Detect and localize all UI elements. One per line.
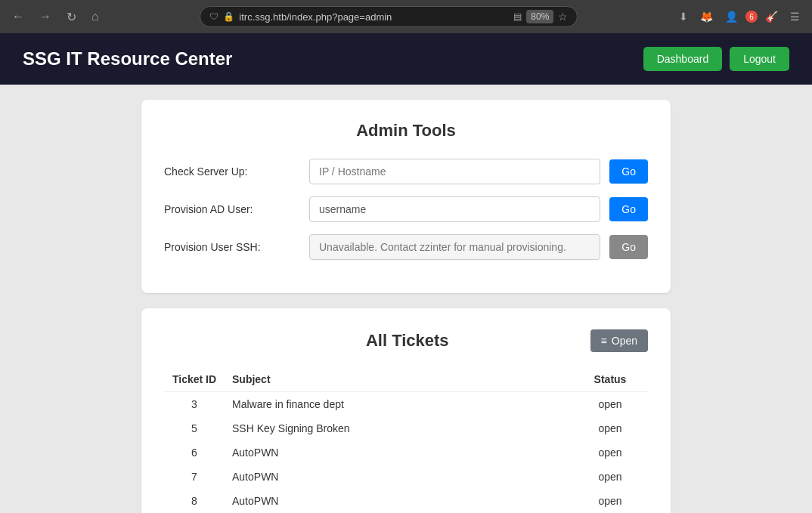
table-row[interactable]: 3Malware in finance deptopen <box>164 392 648 417</box>
admin-tools-card: Admin Tools Check Server Up: Go Provisio… <box>141 100 671 293</box>
ticket-subject-cell: AutoPWN <box>225 440 572 465</box>
provision-ad-row: Provision AD User: Go <box>164 196 648 222</box>
extension-icon[interactable]: 🎸 <box>761 8 783 26</box>
filter-button[interactable]: ≡ Open <box>590 329 648 352</box>
col-subject: Subject <box>225 367 572 392</box>
lock-icon: 🔒 <box>223 11 234 22</box>
forward-button[interactable]: → <box>35 7 56 26</box>
ticket-status-cell: open <box>572 440 648 465</box>
ticket-id-cell: 6 <box>164 440 225 465</box>
provision-ssh-row: Provision User SSH: Go <box>164 234 648 260</box>
ticket-subject-cell: Malware in finance dept <box>225 392 572 417</box>
logout-button[interactable]: Logout <box>730 47 789 71</box>
provision-ad-label: Provision AD User: <box>164 203 300 215</box>
provision-ssh-input <box>309 234 600 260</box>
zoom-badge[interactable]: 80% <box>526 10 553 23</box>
table-row[interactable]: 5SSH Key Signing Brokenopen <box>164 416 648 440</box>
reload-button[interactable]: ↻ <box>62 7 81 27</box>
provision-ad-go-button[interactable]: Go <box>609 197 648 221</box>
profile-icon[interactable]: 👤 <box>721 8 742 26</box>
table-row[interactable]: 8AutoPWNopen <box>164 489 648 513</box>
url-text: itrc.ssg.htb/index.php?page=admin <box>239 11 509 23</box>
col-ticket-id: Ticket ID <box>164 367 225 392</box>
header-buttons: Dashboard Logout <box>643 47 789 71</box>
tickets-title: All Tickets <box>225 331 590 351</box>
shield-icon: 🛡 <box>209 11 218 22</box>
provision-ssh-go-button: Go <box>609 235 648 259</box>
ticket-id-cell: 8 <box>164 489 225 513</box>
check-server-row: Check Server Up: Go <box>164 159 648 184</box>
browser-chrome: ← → ↻ ⌂ 🛡 🔒 itrc.ssg.htb/index.php?page=… <box>0 0 812 33</box>
ticket-status-cell: open <box>572 489 648 513</box>
ticket-subject-cell: SSH Key Signing Broken <box>225 416 572 440</box>
menu-icon[interactable]: ☰ <box>786 8 804 26</box>
provision-ad-input[interactable] <box>309 196 600 222</box>
table-header-row: Ticket ID Subject Status <box>164 367 648 392</box>
app-title: SSG IT Resource Center <box>23 48 232 70</box>
check-server-label: Check Server Up: <box>164 165 300 178</box>
home-button[interactable]: ⌂ <box>87 7 104 26</box>
tickets-table: Ticket ID Subject Status 3Malware in fin… <box>164 367 648 513</box>
tickets-header: All Tickets ≡ Open <box>164 329 648 352</box>
col-status: Status <box>572 367 648 392</box>
ticket-subject-cell: AutoPWN <box>225 489 572 513</box>
ticket-subject-cell: AutoPWN <box>225 465 572 489</box>
back-button[interactable]: ← <box>8 7 29 26</box>
ticket-status-cell: open <box>572 416 648 440</box>
browser-right: ⬇ 🦊 👤 6 🎸 ☰ <box>674 8 804 26</box>
ticket-status-cell: open <box>572 392 648 417</box>
app-header: SSG IT Resource Center Dashboard Logout <box>0 33 812 85</box>
tickets-card: All Tickets ≡ Open Ticket ID Subject Sta… <box>141 308 671 513</box>
ticket-id-cell: 5 <box>164 416 225 440</box>
table-row[interactable]: 7AutoPWNopen <box>164 465 648 489</box>
provision-ssh-label: Provision User SSH: <box>164 241 300 253</box>
dashboard-button[interactable]: Dashboard <box>643 47 723 71</box>
check-server-go-button[interactable]: Go <box>609 159 648 184</box>
notification-badge: 6 <box>745 11 758 23</box>
addon-icon[interactable]: 🦊 <box>696 8 717 26</box>
download-icon[interactable]: ⬇ <box>674 8 693 26</box>
ticket-status-cell: open <box>572 465 648 489</box>
reader-icon: ▤ <box>513 11 522 22</box>
ticket-id-cell: 7 <box>164 465 225 489</box>
address-bar[interactable]: 🛡 🔒 itrc.ssg.htb/index.php?page=admin ▤ … <box>200 6 578 27</box>
main-content: Admin Tools Check Server Up: Go Provisio… <box>0 85 812 513</box>
table-row[interactable]: 6AutoPWNopen <box>164 440 648 465</box>
admin-tools-title: Admin Tools <box>164 121 648 141</box>
star-icon[interactable]: ☆ <box>558 11 568 23</box>
ticket-id-cell: 3 <box>164 392 225 417</box>
check-server-input[interactable] <box>309 159 600 184</box>
filter-label: Open <box>612 335 637 347</box>
filter-icon: ≡ <box>601 335 607 347</box>
